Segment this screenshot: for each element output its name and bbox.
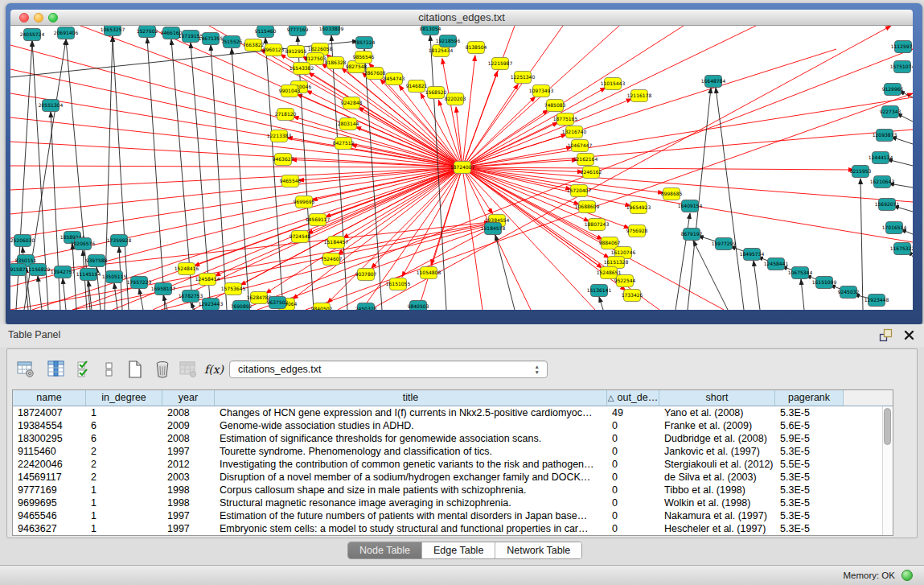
graph-node[interactable]: 16033809 <box>319 26 344 35</box>
graph-node[interactable]: 9242848 <box>341 97 363 109</box>
graph-node[interactable]: 12215987 <box>488 58 513 70</box>
graph-edge[interactable] <box>716 88 744 310</box>
graph-node[interactable]: 16210643 <box>870 176 895 188</box>
graph-node[interactable]: 18775165 <box>553 113 578 126</box>
graph-node[interactable]: 8454743 <box>384 73 405 85</box>
graph-edge[interactable] <box>462 110 548 167</box>
graph-node[interactable]: 9522544 <box>614 275 636 287</box>
graph-node[interactable]: 12458414 <box>195 274 220 286</box>
graph-edge[interactable] <box>113 36 129 310</box>
table-selector-dropdown[interactable]: citations_edges.txt ▲▼ <box>229 360 548 378</box>
graph-node[interactable]: 9397588 <box>86 255 108 267</box>
graph-node[interactable]: 9146821 <box>406 80 428 93</box>
graph-node[interactable]: 16151099 <box>812 277 837 289</box>
graph-edge[interactable] <box>211 45 227 310</box>
graph-node[interactable]: 24055724 <box>20 29 45 41</box>
graph-node[interactable]: 8186328 <box>325 57 347 69</box>
graph-edge[interactable] <box>688 88 711 310</box>
graph-node[interactable]: 12116178 <box>627 90 652 102</box>
table-scrollbar[interactable] <box>882 406 893 535</box>
graph-node[interactable]: 15692071 <box>875 199 900 211</box>
graph-node[interactable]: 12458441 <box>764 258 789 270</box>
graph-node[interactable]: 9245032 <box>838 286 860 299</box>
table-settings-button[interactable] <box>15 359 36 380</box>
table-row[interactable]: 977716911998Corpus callosum shape and si… <box>13 484 893 496</box>
graph-node[interactable]: 12923443 <box>199 299 224 311</box>
graph-node[interactable]: 18495734 <box>740 249 765 261</box>
graph-node[interactable]: 9901043 <box>279 85 301 97</box>
graph-node[interactable]: 17957223 <box>127 277 152 289</box>
graph-node[interactable]: 9699695 <box>294 196 315 208</box>
graph-edge[interactable] <box>495 235 515 310</box>
graph-node[interactable]: 9037807 <box>355 269 377 281</box>
graph-node[interactable]: 8679197 <box>681 229 703 241</box>
graph-node[interactable]: 7485083 <box>544 100 566 112</box>
new-column-button[interactable] <box>125 359 146 380</box>
table-row[interactable]: 1938455462009Genome-wide association stu… <box>13 419 893 432</box>
graph-node[interactable]: 15977299 <box>712 238 737 250</box>
graph-edge[interactable] <box>265 38 283 310</box>
graph-node[interactable]: 13505115 <box>102 271 127 283</box>
tab-node-table[interactable]: Node Table <box>348 542 422 558</box>
function-builder-button[interactable]: f(x) <box>203 359 224 380</box>
select-all-button[interactable] <box>75 359 96 380</box>
graph-node[interactable]: 7857224 <box>354 37 376 49</box>
graph-node[interactable]: 11145194 <box>76 269 101 281</box>
table-row[interactable]: 911546021997Tourette syndrome. Phenomeno… <box>13 445 893 458</box>
graph-node[interactable]: 9227343 <box>880 106 901 118</box>
graph-edge[interactable] <box>462 167 913 202</box>
scrollbar-thumb[interactable] <box>884 408 891 445</box>
graph-node[interactable]: 17016514 <box>882 222 907 234</box>
graph-node[interactable]: 25206030 <box>10 235 35 247</box>
network-window-titlebar[interactable]: citations_edges.txt <box>10 10 913 26</box>
graph-edge[interactable] <box>891 137 913 144</box>
graph-node[interactable]: 11156829 <box>26 264 51 276</box>
graph-node[interactable]: 8138504 <box>466 42 487 54</box>
graph-node[interactable]: 9777169 <box>287 26 309 36</box>
graph-node[interactable]: 11015443 <box>601 78 626 90</box>
graph-edge[interactable] <box>161 225 492 310</box>
graph-node[interactable]: 9463627 <box>273 154 294 166</box>
graph-node[interactable]: 12213383 <box>267 130 292 142</box>
graph-node[interactable]: 9724548 <box>290 231 311 243</box>
graph-node[interactable]: 1527602 <box>137 26 158 38</box>
graph-edge[interactable] <box>10 142 462 167</box>
graph-node[interactable]: 7515526 <box>221 36 243 48</box>
table-row[interactable]: 946554611997Estimation of the future num… <box>13 509 893 522</box>
column-header-year[interactable]: year <box>162 390 215 406</box>
graph-edge[interactable] <box>693 241 728 310</box>
graph-node[interactable]: 16151055 <box>386 278 411 290</box>
graph-node[interactable]: 10467447 <box>568 140 593 152</box>
delete-table-button[interactable] <box>178 359 199 380</box>
graph-edge[interactable] <box>105 36 113 310</box>
graph-node[interactable]: 9756928 <box>626 225 648 237</box>
column-header-short[interactable]: short <box>659 390 775 406</box>
graph-node[interactable]: 20691406 <box>54 27 79 39</box>
network-canvas[interactable]: 1872400776638228960123891295518226058812… <box>10 26 913 310</box>
graph-edge[interactable] <box>599 297 603 310</box>
graph-node[interactable]: 8998685 <box>661 188 683 200</box>
graph-node[interactable]: 9856546 <box>353 51 375 64</box>
graph-edge[interactable] <box>114 283 117 310</box>
graph-edge[interactable] <box>10 45 462 167</box>
graph-node[interactable]: 12923448 <box>864 295 889 307</box>
graph-node[interactable]: 8427512 <box>333 138 355 150</box>
table-row[interactable]: 2242004622012Investigating the contribut… <box>13 458 893 471</box>
column-header-name[interactable]: name <box>13 390 86 406</box>
graph-edge[interactable] <box>754 261 760 310</box>
graph-node[interactable]: 12444134 <box>869 152 893 164</box>
table-row[interactable]: 969969511998Structural magnetic resonanc… <box>13 496 893 509</box>
graph-edge[interactable] <box>10 166 462 167</box>
graph-node[interactable]: 9115460 <box>255 26 277 38</box>
table-row[interactable]: 1872400712008Changes of HCN gene express… <box>13 406 893 419</box>
float-panel-icon[interactable] <box>879 328 893 342</box>
graph-node[interactable]: 11054808 <box>417 267 441 279</box>
network-canvas-svg[interactable]: 1872400776638228960123891295518226058812… <box>10 26 913 310</box>
graph-edge[interactable] <box>298 36 314 310</box>
column-header-in_degree[interactable]: in_degree <box>86 390 162 406</box>
graph-edge[interactable] <box>462 97 913 167</box>
graph-edge[interactable] <box>462 97 536 167</box>
tab-network-table[interactable]: Network Table <box>495 542 581 558</box>
graph-node[interactable]: 8813054 <box>420 26 441 35</box>
graph-node[interactable]: 20206576 <box>71 238 96 250</box>
